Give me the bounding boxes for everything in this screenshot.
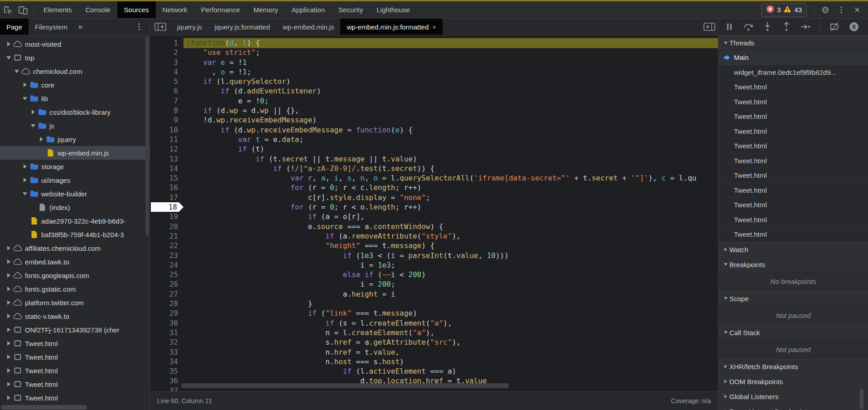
tree-item-fonts-googleapis-com[interactable]: fonts.googleapis.com: [0, 268, 149, 282]
tree-item-website-builder[interactable]: website-builder: [0, 187, 149, 200]
chevron-down-icon[interactable]: [21, 97, 29, 100]
line-number[interactable]: 13: [150, 154, 183, 164]
tree-item-top[interactable]: top: [0, 51, 149, 64]
line-number[interactable]: 11: [150, 135, 183, 144]
tab-page[interactable]: Page: [0, 19, 29, 35]
section-scope[interactable]: Scope: [719, 291, 868, 306]
chevron-right-icon[interactable]: [21, 164, 29, 169]
line-number[interactable]: 8: [150, 106, 183, 115]
line-number[interactable]: 19: [150, 212, 183, 221]
line-number-gutter[interactable]: 1234567891011121314151617192021222324252…: [150, 38, 183, 391]
chevron-right-icon[interactable]: [29, 110, 37, 114]
section-threads[interactable]: Threads: [719, 35, 868, 50]
debugger-vertical-scrollbar[interactable]: [860, 389, 863, 409]
line-number[interactable]: 17: [150, 193, 183, 202]
editor-tab-wp-embed-min-js[interactable]: wp-embed.min.js: [276, 19, 340, 35]
thread-item-tweet-html[interactable]: Tweet.html: [719, 213, 868, 228]
main-tab-sources[interactable]: Sources: [117, 1, 156, 18]
inspect-icon[interactable]: [0, 3, 15, 17]
line-number[interactable]: 22: [150, 241, 183, 250]
tree-item-affiliates-chemicloud-com[interactable]: affiliates.chemicloud.com: [0, 241, 149, 255]
chevron-right-icon[interactable]: [5, 300, 13, 305]
line-number[interactable]: 15: [150, 173, 183, 183]
line-number[interactable]: 3: [150, 58, 183, 67]
chevron-right-icon[interactable]: [5, 259, 13, 264]
thread-item-tweet-html[interactable]: Tweet.html: [719, 124, 868, 139]
thread-item-tweet-html[interactable]: Tweet.html: [719, 198, 868, 213]
chevron-right-icon[interactable]: [5, 314, 13, 318]
line-number[interactable]: 14: [150, 164, 183, 173]
line-number[interactable]: 20: [150, 222, 183, 231]
line-number[interactable]: 34: [150, 357, 183, 366]
code-editor[interactable]: 1234567891011121314151617192021222324252…: [150, 35, 718, 391]
thread-item-tweet-html[interactable]: Tweet.html: [719, 109, 868, 124]
chevron-right-icon[interactable]: [5, 395, 13, 400]
chevron-down-icon[interactable]: [21, 192, 29, 195]
tree-item-jquery[interactable]: jquery: [0, 132, 149, 146]
thread-item-tweet-html[interactable]: Tweet.html: [719, 227, 868, 242]
line-number[interactable]: 12: [150, 144, 183, 154]
line-number[interactable]: 33: [150, 347, 183, 357]
line-number[interactable]: 7: [150, 96, 183, 106]
chevron-right-icon[interactable]: [5, 273, 13, 278]
step-out-icon[interactable]: [779, 20, 794, 33]
step-into-icon[interactable]: [760, 20, 775, 33]
tree-item-lib[interactable]: lib: [0, 92, 149, 105]
chevron-right-icon[interactable]: [5, 327, 13, 332]
line-number[interactable]: 29: [150, 308, 183, 318]
chevron-down-icon[interactable]: [29, 124, 37, 127]
line-number[interactable]: 35: [150, 366, 183, 376]
line-number[interactable]: 4: [150, 67, 183, 77]
section-call-stack[interactable]: Call Stack: [719, 325, 868, 340]
main-tab-application[interactable]: Application: [285, 1, 332, 18]
pause-script-icon[interactable]: [722, 20, 737, 33]
line-number[interactable]: 28: [150, 299, 183, 308]
tree-item-fonts-gstatic-com[interactable]: fonts.gstatic.com: [0, 282, 149, 296]
tree-item-ui-images[interactable]: ui/images: [0, 173, 149, 187]
tab-filesystem[interactable]: Filesystem: [29, 19, 74, 35]
line-number[interactable]: 24: [150, 260, 183, 270]
settings-icon[interactable]: ⚙: [817, 5, 834, 15]
issues-badge[interactable]: 3 43: [761, 3, 807, 17]
thread-item-main[interactable]: Main: [719, 50, 868, 65]
close-icon[interactable]: ×: [849, 4, 865, 16]
tree-item-wp-embed-min-js[interactable]: wp-embed.min.js: [0, 146, 149, 160]
tree-item-chemicloud-com[interactable]: chemicloud.com: [0, 64, 149, 78]
deactivate-breakpoints-icon[interactable]: [828, 20, 842, 33]
chevron-right-icon[interactable]: [37, 137, 45, 142]
show-debugger-panel-icon[interactable]: [704, 19, 715, 35]
more-tabs-icon[interactable]: »: [74, 22, 87, 31]
line-number[interactable]: 10: [150, 125, 183, 135]
line-number[interactable]: 25: [150, 270, 183, 279]
chevron-right-icon[interactable]: [5, 355, 13, 359]
navigator-menu-icon[interactable]: [131, 20, 147, 34]
main-tab-lighthouse[interactable]: Lighthouse: [370, 1, 416, 18]
line-number[interactable]: 30: [150, 318, 183, 328]
device-toolbar-icon[interactable]: [15, 3, 31, 17]
section-xhr-fetch-breakpoints[interactable]: XHR/fetch Breakpoints: [719, 359, 868, 374]
tree-item--index-[interactable]: (index): [0, 200, 149, 214]
main-tab-memory[interactable]: Memory: [247, 1, 285, 18]
editor-tab-jquery-js[interactable]: jquery.js: [171, 19, 208, 35]
tree-item-tweet-html[interactable]: Tweet.html: [0, 337, 149, 350]
thread-item-tweet-html[interactable]: Tweet.html: [719, 95, 868, 110]
main-tab-security[interactable]: Security: [332, 1, 370, 18]
line-number[interactable]: 1: [150, 38, 183, 48]
line-number[interactable]: 16: [150, 183, 183, 192]
editor-tab-wp-embed-min-js-formatted[interactable]: wp-embed.min.js:formatted×: [340, 19, 443, 35]
tree-item-tweet-html[interactable]: Tweet.html: [0, 364, 149, 377]
tree-item-platform-twitter-com[interactable]: platform.twitter.com: [0, 296, 149, 309]
section-global-listeners[interactable]: Global Listeners: [719, 389, 868, 404]
chevron-down-icon[interactable]: [5, 56, 13, 59]
thread-item-tweet-html[interactable]: Tweet.html: [719, 183, 868, 198]
tree-item-core[interactable]: core: [0, 78, 149, 92]
pause-on-exceptions-icon[interactable]: [847, 20, 861, 33]
line-number[interactable]: 36: [150, 376, 183, 386]
chevron-right-icon[interactable]: [5, 368, 13, 373]
close-tab-icon[interactable]: ×: [432, 23, 436, 31]
tree-item-onf2tfj-1617134392738-cher[interactable]: ONf2TFj-1617134392738 (cher: [0, 323, 149, 337]
navigator-vertical-scrollbar[interactable]: [145, 36, 149, 236]
code-content[interactable]: !function(d, l) { "use strict"; var e = …: [186, 38, 718, 391]
tree-item-tweet-html[interactable]: Tweet.html: [0, 377, 149, 391]
thread-item-tweet-html[interactable]: Tweet.html: [719, 168, 868, 183]
